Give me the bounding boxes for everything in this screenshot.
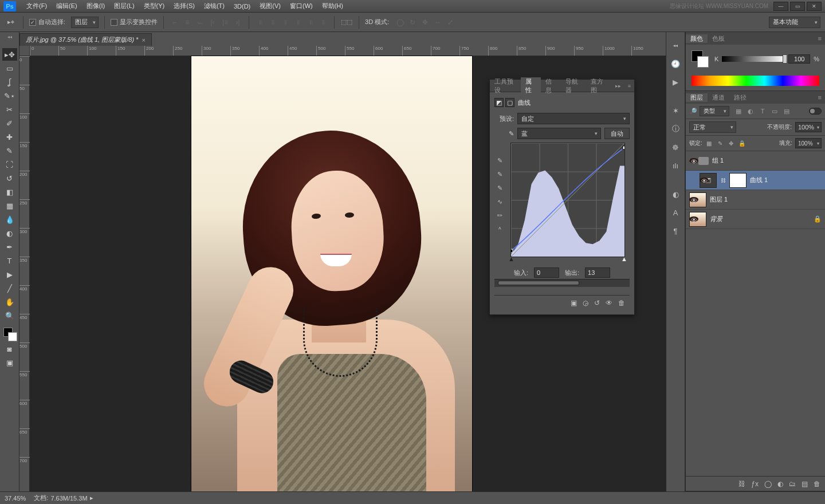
path-select-tool[interactable]: ▶ [2, 268, 17, 281]
tab-swatches[interactable]: 色板 [708, 34, 729, 43]
doc-size-menu-icon[interactable]: ▸ [90, 494, 93, 502]
menu-file[interactable]: 文件(F) [22, 2, 52, 10]
channel-hand-icon[interactable]: ✎ [494, 130, 514, 137]
eraser-tool[interactable]: ◧ [2, 186, 17, 198]
vertical-ruler[interactable]: 0501001502002503003504004505005506006507… [19, 56, 30, 491]
window-maximize-button[interactable]: ▭ [790, 2, 805, 11]
marquee-tool[interactable]: ▭ [2, 62, 17, 74]
zoom-tool[interactable]: 🔍 [2, 309, 17, 322]
tab-tool-presets[interactable]: 工具预设 [490, 77, 521, 94]
bg-swatch[interactable] [697, 56, 709, 68]
spectrum-ramp[interactable] [692, 76, 819, 86]
gradient-tool[interactable]: ▦ [2, 199, 17, 212]
output-value-field[interactable] [585, 267, 610, 278]
toggle-visibility-icon[interactable]: 👁 [606, 299, 612, 307]
add-mask-icon[interactable]: ◯ [764, 480, 772, 488]
delete-adjustment-icon[interactable]: 🗑 [618, 299, 625, 307]
color-swatches[interactable] [2, 326, 17, 341]
history-panel-icon[interactable]: 🕘 [669, 57, 682, 70]
auto-button[interactable]: 自动 [604, 128, 630, 139]
layer-fx-icon[interactable]: ƒx [751, 480, 759, 488]
eyedropper-gray-icon[interactable]: ✎ [493, 169, 506, 179]
preset-dropdown[interactable]: 自定 [517, 113, 630, 124]
distribute-right-icon[interactable]: ⫴ [318, 17, 328, 27]
visibility-toggle[interactable]: 👁 [689, 197, 698, 202]
horizontal-ruler[interactable]: 0501001502002503003504004505005506006507… [30, 46, 666, 56]
layer-name[interactable]: 图层 1 [710, 195, 728, 204]
layer-name[interactable]: 背景 [710, 215, 722, 223]
layer-name[interactable]: 组 1 [712, 156, 724, 165]
k-slider[interactable] [722, 56, 785, 62]
lock-all-icon[interactable]: 🔒 [738, 139, 746, 147]
lock-pixels-icon[interactable]: ▦ [705, 139, 713, 147]
tab-layers[interactable]: 图层 [686, 93, 708, 102]
filter-smart-icon[interactable]: ▤ [782, 107, 791, 116]
white-slider-icon[interactable]: ▲ [621, 255, 627, 262]
slide3d-icon[interactable]: ↔ [433, 17, 443, 27]
fill-field[interactable]: 100% [795, 138, 822, 148]
auto-select-checkbox[interactable]: ✓自动选择: [29, 18, 65, 26]
menu-view[interactable]: 视图(V) [255, 2, 285, 10]
tab-properties[interactable]: 属性 [521, 77, 541, 94]
properties-scrollbar[interactable] [494, 279, 630, 287]
type-tool[interactable]: T [2, 254, 17, 267]
orbit3d-icon[interactable]: ◯ [395, 17, 405, 27]
adjust-panel-icon[interactable]: ◐ [669, 188, 682, 200]
filter-type-icon[interactable]: T [758, 107, 767, 116]
roll3d-icon[interactable]: ↻ [407, 17, 418, 27]
auto-select-target-dropdown[interactable]: 图层 [71, 17, 99, 28]
clone-stamp-tool[interactable]: ⛶ [2, 158, 17, 171]
filter-pixel-icon[interactable]: ▦ [734, 107, 743, 116]
align-left-icon[interactable]: |‹ [207, 17, 218, 27]
channel-dropdown[interactable]: 蓝 [517, 128, 601, 139]
align-hcenter-icon[interactable]: |≡ [220, 17, 230, 27]
menu-layer[interactable]: 图层(L) [109, 2, 139, 10]
k-value-field[interactable] [788, 54, 810, 64]
delete-layer-icon[interactable]: 🗑 [814, 480, 820, 488]
layer-name[interactable]: 曲线 1 [750, 176, 768, 184]
curve-point-low[interactable] [511, 249, 513, 253]
align-top-icon[interactable]: ⌐ [170, 17, 180, 27]
line-tool[interactable]: ╱ [2, 282, 17, 294]
add-adjustment-icon[interactable]: ◐ [777, 480, 783, 488]
curve-point-high[interactable] [623, 146, 624, 149]
align-right-icon[interactable]: ›| [233, 17, 243, 27]
pan3d-icon[interactable]: ✥ [420, 17, 430, 27]
tab-paths[interactable]: 路径 [729, 93, 751, 102]
lasso-tool[interactable]: ʆ [2, 76, 17, 88]
reset-icon[interactable]: ↺ [594, 299, 600, 307]
menu-select[interactable]: 选择(S) [169, 2, 199, 10]
menu-edit[interactable]: 编辑(E) [52, 2, 82, 10]
workspace-switcher[interactable]: 基本功能 [769, 17, 820, 28]
tab-color[interactable]: 颜色 [686, 34, 708, 43]
screenmode-toggle[interactable]: ▣ [2, 356, 17, 369]
layer-row-group[interactable]: 👁 ▾ 组 1 [686, 151, 825, 171]
distribute-hcenter-icon[interactable]: ⫴ [305, 17, 316, 27]
view-previous-icon[interactable]: ◶ [583, 299, 588, 307]
curve-smooth-icon[interactable]: ᴬ [493, 224, 506, 234]
eyedropper-tool[interactable]: ✐ [2, 117, 17, 129]
eyedropper-black-icon[interactable]: ✎ [493, 155, 506, 166]
pen-tool[interactable]: ✒ [2, 241, 17, 253]
para-panel-icon[interactable]: ⓘ [669, 123, 682, 135]
layer-row-curves[interactable]: 👁 ◩ ⛓ 曲线 1 [686, 171, 825, 190]
show-transform-checkbox[interactable]: 显示变换控件 [111, 18, 158, 26]
blur-tool[interactable]: 💧 [2, 213, 17, 226]
paragraph-panel-icon[interactable]: ¶ [669, 225, 682, 237]
document-canvas[interactable] [191, 56, 472, 491]
collapse-strip-icon[interactable]: ◂◂ [669, 39, 682, 52]
layer-row-background[interactable]: 👁 背景 🔒 [686, 210, 825, 229]
lock-position-icon[interactable]: ✎ [716, 139, 724, 147]
input-value-field[interactable] [534, 267, 559, 278]
move-tool-indicator-icon[interactable]: ▸✥ [5, 16, 17, 29]
tab-info[interactable]: 信息 [541, 77, 561, 94]
panel-collapse-icon[interactable]: ▸▸ [612, 83, 624, 89]
filter-search-icon[interactable]: 🔎 [689, 108, 697, 115]
filter-shape-icon[interactable]: ▭ [770, 107, 779, 116]
scale3d-icon[interactable]: ⤢ [445, 17, 455, 27]
character-panel-icon[interactable]: A [669, 206, 682, 219]
layer-mask-thumb[interactable] [729, 173, 747, 188]
black-slider-icon[interactable]: ▲ [508, 255, 514, 262]
tab-channels[interactable]: 通道 [708, 93, 729, 102]
layers-panel-menu-icon[interactable]: ≡ [815, 94, 825, 101]
